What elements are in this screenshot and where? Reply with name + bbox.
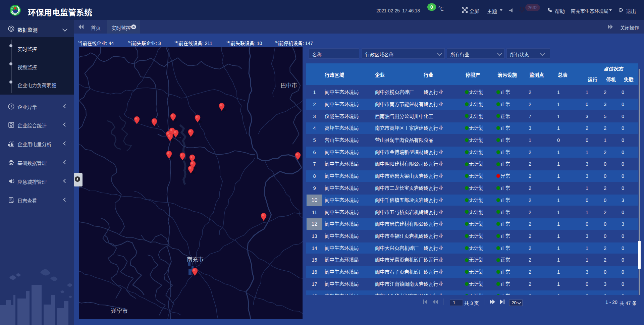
svg-text:遂宁市: 遂宁市 — [111, 308, 128, 314]
svg-text:南充市: 南充市 — [187, 257, 204, 263]
svg-text:巴中市: 巴中市 — [280, 83, 297, 89]
